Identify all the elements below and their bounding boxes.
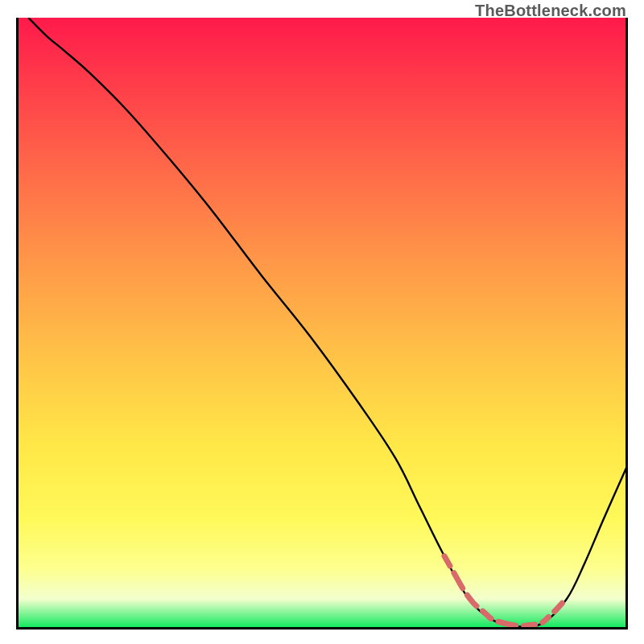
attribution-label: TheBottleneck.com bbox=[475, 2, 626, 20]
chart-background-gradient bbox=[16, 18, 628, 630]
chart-stage: TheBottleneck.com bbox=[0, 0, 644, 644]
